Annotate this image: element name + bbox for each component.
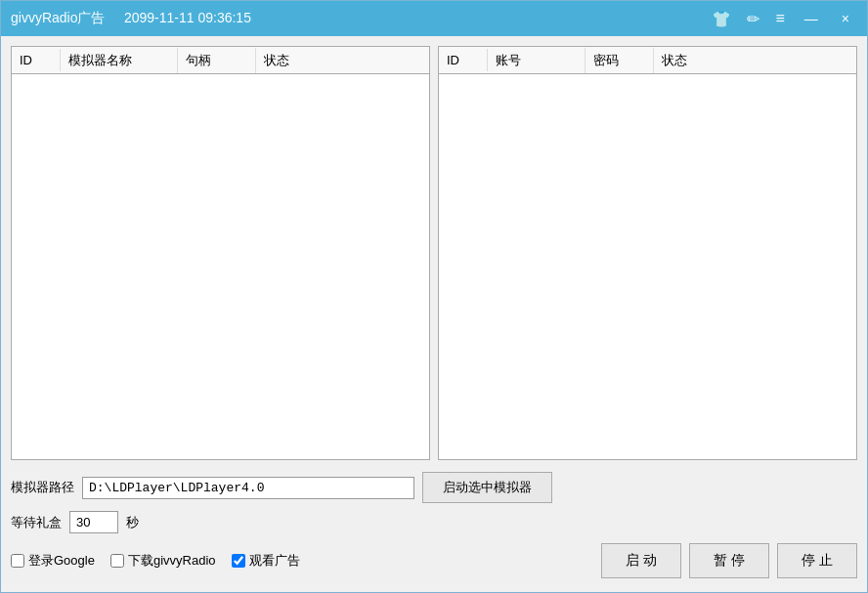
path-input[interactable] <box>82 477 414 499</box>
col-status-left: 状态 <box>256 48 429 73</box>
checkbox-download[interactable]: 下载givvyRadio <box>110 552 216 570</box>
checkbox-watch-input[interactable] <box>232 554 245 568</box>
edit-icon[interactable]: ✏ <box>743 8 763 30</box>
window-controls: 👕 ✏ ≡ — × <box>708 8 857 30</box>
path-row: 模拟器路径 启动选中模拟器 <box>11 472 857 503</box>
emulator-table-body[interactable] <box>12 74 429 459</box>
checkbox-google-label: 登录Google <box>28 552 95 570</box>
col-id-right: ID <box>439 49 488 71</box>
col-name: 模拟器名称 <box>61 48 178 73</box>
main-window: givvyRadio广告 2099-11-11 09:36:15 👕 ✏ ≡ —… <box>0 0 868 593</box>
checkbox-watch-label: 观看广告 <box>249 552 300 570</box>
wait-input[interactable] <box>69 511 118 533</box>
checkbox-download-label: 下载givvyRadio <box>128 552 216 570</box>
minimize-button[interactable]: — <box>797 9 826 28</box>
checkbox-watch[interactable]: 观看广告 <box>232 552 300 570</box>
checkbox-download-input[interactable] <box>110 554 124 568</box>
action-row: 登录Google 下载givvyRadio 观看广告 启 动 暂 停 停 止 <box>11 541 857 578</box>
wait-label: 等待礼盒 <box>11 514 62 531</box>
wait-unit: 秒 <box>126 514 139 531</box>
col-handle: 句柄 <box>178 48 256 73</box>
close-button[interactable]: × <box>834 9 857 28</box>
content-area: ID 模拟器名称 句柄 状态 ID 账号 密码 状态 <box>1 36 867 592</box>
path-label: 模拟器路径 <box>11 479 74 496</box>
col-password: 密码 <box>586 48 654 73</box>
checkbox-google-input[interactable] <box>11 554 24 568</box>
title-bar: givvyRadio广告 2099-11-11 09:36:15 👕 ✏ ≡ —… <box>1 1 867 36</box>
stop-button[interactable]: 停 止 <box>777 543 857 578</box>
col-id-left: ID <box>12 49 61 71</box>
emulator-table-header: ID 模拟器名称 句柄 状态 <box>12 47 429 74</box>
account-table-body[interactable] <box>439 74 856 459</box>
launch-button[interactable]: 启动选中模拟器 <box>422 472 552 503</box>
bottom-controls: 模拟器路径 启动选中模拟器 等待礼盒 秒 登录Google <box>11 468 857 582</box>
wait-row: 等待礼盒 秒 <box>11 511 857 533</box>
start-button[interactable]: 启 动 <box>601 543 681 578</box>
pause-button[interactable]: 暂 停 <box>689 543 769 578</box>
tables-row: ID 模拟器名称 句柄 状态 ID 账号 密码 状态 <box>11 46 857 460</box>
window-title: givvyRadio广告 2099-11-11 09:36:15 <box>11 10 708 27</box>
col-account: 账号 <box>488 48 586 73</box>
account-table: ID 账号 密码 状态 <box>438 46 857 460</box>
checkbox-google[interactable]: 登录Google <box>11 552 95 570</box>
col-status-right: 状态 <box>654 48 856 73</box>
app-name: givvyRadio广告 <box>11 10 105 25</box>
account-table-header: ID 账号 密码 状态 <box>439 47 856 74</box>
emulator-table: ID 模拟器名称 句柄 状态 <box>11 46 430 460</box>
list-icon[interactable]: ≡ <box>771 8 788 29</box>
checkbox-row: 登录Google 下载givvyRadio 观看广告 <box>11 552 300 570</box>
action-buttons: 启 动 暂 停 停 止 <box>601 543 857 578</box>
datetime-display: 2099-11-11 09:36:15 <box>124 10 251 25</box>
shirt-icon[interactable]: 👕 <box>708 8 735 30</box>
